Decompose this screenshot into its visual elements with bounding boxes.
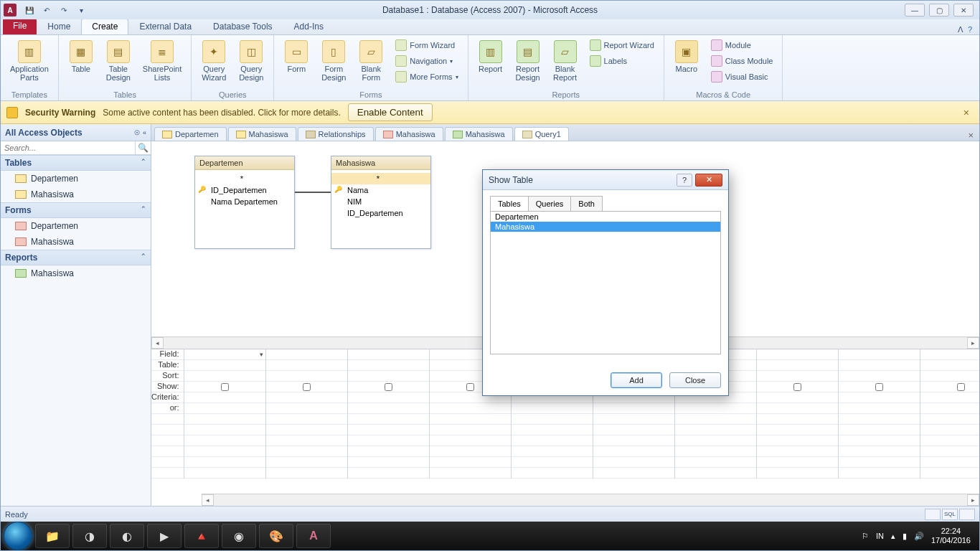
- grid-cell[interactable]: [675, 446, 756, 457]
- grid-cell[interactable]: [266, 371, 347, 382]
- grid-cell[interactable]: [348, 371, 429, 382]
- table-field[interactable]: ID_Departemen: [331, 207, 430, 219]
- grid-cell[interactable]: [348, 403, 429, 414]
- grid-cell[interactable]: [757, 468, 838, 479]
- taskbar-vlc-icon[interactable]: 🔺: [184, 524, 219, 548]
- grid-cell[interactable]: [839, 457, 920, 468]
- dialog-tab-queries[interactable]: Queries: [528, 196, 572, 211]
- dialog-list-item[interactable]: Mahasiswa: [491, 222, 720, 232]
- grid-cell[interactable]: [266, 435, 347, 446]
- report-design-button[interactable]: ▤Report Design: [512, 38, 545, 84]
- grid-cell[interactable]: [184, 392, 265, 403]
- taskbar-steam-icon[interactable]: ◑: [72, 524, 107, 548]
- grid-cell[interactable]: [839, 382, 920, 392]
- grid-cell[interactable]: [839, 360, 920, 371]
- grid-cell[interactable]: [184, 403, 265, 414]
- show-checkbox[interactable]: [303, 383, 311, 391]
- show-checkbox[interactable]: [957, 383, 965, 391]
- more-forms-button[interactable]: More Forms▾: [392, 70, 461, 84]
- class-module-button[interactable]: Class Module: [707, 54, 777, 68]
- tray-chevron-icon[interactable]: ▴: [891, 532, 895, 541]
- table-field[interactable]: Nama Departemen: [195, 196, 294, 207]
- grid-cell[interactable]: [920, 403, 979, 414]
- view-sql-icon[interactable]: SQL: [942, 509, 958, 520]
- labels-button[interactable]: Labels: [586, 54, 658, 68]
- table-field[interactable]: NIM: [331, 196, 430, 207]
- grid-cell[interactable]: [920, 349, 979, 360]
- grid-cell[interactable]: [348, 349, 429, 360]
- grid-cell[interactable]: [839, 446, 920, 457]
- nav-item-table[interactable]: Mahasiswa: [1, 187, 151, 202]
- qat-customize-icon[interactable]: ▾: [74, 3, 88, 17]
- language-indicator[interactable]: IN: [876, 532, 884, 540]
- grid-cell[interactable]: [512, 403, 593, 414]
- grid-cell[interactable]: [184, 349, 265, 360]
- close-tab-icon[interactable]: ×: [962, 130, 979, 141]
- nav-category-reports[interactable]: Reports⌃: [1, 250, 151, 265]
- grid-cell[interactable]: [430, 425, 511, 435]
- taskbar-access-icon[interactable]: A: [296, 524, 331, 548]
- tray-flag-icon[interactable]: ⚐: [862, 532, 869, 541]
- grid-cell[interactable]: [920, 360, 979, 371]
- dialog-tab-both[interactable]: Both: [570, 196, 603, 211]
- grid-cell[interactable]: [512, 468, 593, 479]
- grid-cell[interactable]: [593, 435, 674, 446]
- doc-tab[interactable]: Mahasiswa: [375, 127, 443, 141]
- grid-cell[interactable]: [184, 382, 265, 392]
- nav-item-table[interactable]: Departemen: [1, 171, 151, 187]
- grid-cell[interactable]: [184, 414, 265, 425]
- grid-cell[interactable]: [920, 414, 979, 425]
- minimize-ribbon-icon[interactable]: ᐱ: [958, 25, 963, 34]
- grid-cell[interactable]: [757, 371, 838, 382]
- help-icon[interactable]: ?: [968, 25, 972, 34]
- query-table-mahasiswa[interactable]: Mahasiswa * Nama NIM ID_Departemen: [331, 156, 431, 249]
- grid-cell[interactable]: [757, 360, 838, 371]
- grid-cell[interactable]: [266, 403, 347, 414]
- grid-cell[interactable]: [920, 371, 979, 382]
- taskbar-explorer-icon[interactable]: 📁: [35, 524, 70, 548]
- grid-cell[interactable]: [839, 371, 920, 382]
- grid-cell[interactable]: [757, 446, 838, 457]
- form-wizard-button[interactable]: Form Wizard: [392, 38, 461, 52]
- enable-content-button[interactable]: Enable Content: [348, 103, 433, 121]
- doc-tab[interactable]: Mahasiswa: [445, 127, 513, 141]
- taskbar-app-icon[interactable]: ◐: [110, 524, 144, 548]
- grid-cell[interactable]: [348, 435, 429, 446]
- search-icon[interactable]: 🔍: [135, 141, 151, 154]
- grid-cell[interactable]: [512, 457, 593, 468]
- table-button[interactable]: ▦Table: [65, 38, 98, 75]
- dialog-list-item[interactable]: Departemen: [491, 212, 720, 222]
- taskbar-chrome-icon[interactable]: ◉: [222, 524, 256, 548]
- dialog-close-icon[interactable]: ✕: [695, 174, 722, 187]
- show-checkbox[interactable]: [466, 383, 474, 391]
- save-icon[interactable]: 💾: [22, 3, 37, 17]
- tab-home[interactable]: Home: [37, 19, 81, 34]
- tab-file[interactable]: File: [3, 19, 37, 34]
- grid-cell[interactable]: [839, 392, 920, 403]
- grid-cell[interactable]: [184, 457, 265, 468]
- table-field[interactable]: *: [331, 173, 430, 184]
- grid-cell[interactable]: [839, 435, 920, 446]
- grid-cell[interactable]: [184, 371, 265, 382]
- doc-tab[interactable]: Mahasiswa: [228, 127, 296, 141]
- grid-cell[interactable]: [348, 360, 429, 371]
- grid-cell[interactable]: [512, 446, 593, 457]
- macro-button[interactable]: ▣Macro: [670, 38, 703, 75]
- form-button[interactable]: ▭Form: [280, 38, 313, 75]
- blank-form-button[interactable]: ▱Blank Form: [354, 38, 387, 84]
- grid-cell[interactable]: [920, 435, 979, 446]
- navigation-button[interactable]: Navigation▾: [392, 54, 461, 68]
- grid-cell[interactable]: [266, 414, 347, 425]
- table-field[interactable]: *: [195, 173, 294, 184]
- grid-cell[interactable]: [430, 414, 511, 425]
- sharepoint-lists-button[interactable]: ≣SharePoint Lists: [139, 38, 185, 84]
- grid-cell[interactable]: [593, 425, 674, 435]
- grid-cell[interactable]: [675, 468, 756, 479]
- grid-cell[interactable]: [675, 435, 756, 446]
- grid-cell[interactable]: [920, 457, 979, 468]
- grid-cell[interactable]: [266, 468, 347, 479]
- grid-cell[interactable]: [757, 435, 838, 446]
- table-design-button[interactable]: ▤Table Design: [102, 38, 135, 84]
- grid-cell[interactable]: [593, 403, 674, 414]
- grid-cell[interactable]: [839, 414, 920, 425]
